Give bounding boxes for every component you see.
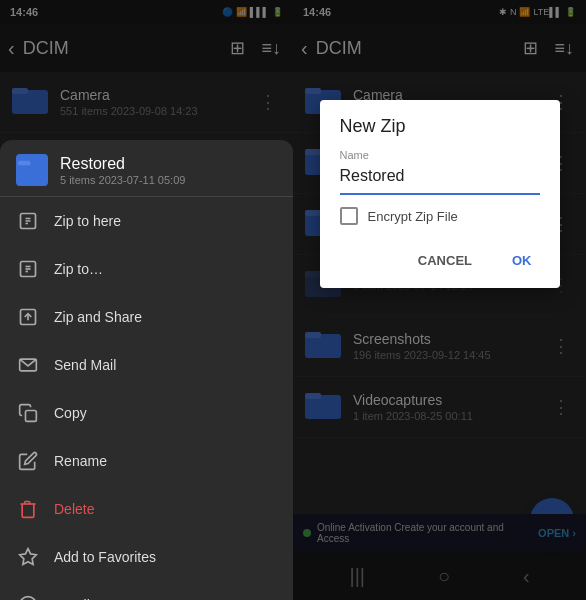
delete-icon [16, 497, 40, 521]
menu-item-label: Copy [54, 405, 87, 421]
encrypt-label: Encrypt Zip File [368, 209, 458, 224]
menu-item-label: Send Mail [54, 357, 116, 373]
right-panel: 14:46 ✱ N 📶 LTE▌▌ 🔋 ‹ DCIM ⊞ ≡↓ Camera 5… [293, 0, 586, 600]
menu-item-zip-share[interactable]: Zip and Share [0, 293, 293, 341]
menu-item-label: Add to Favorites [54, 549, 156, 565]
rename-icon [16, 449, 40, 473]
copy-icon [16, 401, 40, 425]
dialog-actions: CANCEL OK [320, 237, 560, 288]
left-panel: 14:46 🔵 📶 ▌▌▌ 🔋 ‹ DCIM ⊞ ≡↓ Camera 551 i… [0, 0, 293, 600]
dialog-title: New Zip [320, 100, 560, 145]
dialog-overlay: New Zip Name Encrypt Zip File CANCEL OK [293, 0, 586, 600]
menu-item-copy[interactable]: Copy [0, 389, 293, 437]
zip-here-icon [16, 209, 40, 233]
context-menu-folder-meta: 5 items 2023-07-11 05:09 [60, 174, 185, 186]
dialog-name-input[interactable] [340, 163, 540, 195]
context-menu-folder-icon [16, 154, 48, 186]
send-mail-icon [16, 353, 40, 377]
dialog-cancel-button[interactable]: CANCEL [402, 245, 488, 276]
svg-rect-17 [26, 411, 37, 422]
menu-item-label: Zip and Share [54, 309, 142, 325]
context-menu-folder-name: Restored [60, 155, 185, 173]
zip-share-icon [16, 305, 40, 329]
favorites-icon [16, 545, 40, 569]
menu-item-label: Rename [54, 453, 107, 469]
dialog-ok-button[interactable]: OK [496, 245, 548, 276]
menu-item-favorites[interactable]: Add to Favorites [0, 533, 293, 581]
details-icon [16, 593, 40, 600]
new-zip-dialog: New Zip Name Encrypt Zip File CANCEL OK [320, 100, 560, 288]
menu-item-send-mail[interactable]: Send Mail [0, 341, 293, 389]
context-menu-header: Restored 5 items 2023-07-11 05:09 [0, 140, 293, 197]
svg-marker-18 [20, 549, 37, 565]
menu-item-rename[interactable]: Rename [0, 437, 293, 485]
menu-item-zip-here[interactable]: Zip to here [0, 197, 293, 245]
menu-item-delete[interactable]: Delete [0, 485, 293, 533]
menu-item-label: Zip to… [54, 261, 103, 277]
encrypt-checkbox[interactable] [340, 207, 358, 225]
svg-rect-5 [18, 161, 30, 166]
dialog-checkbox-row: Encrypt Zip File [320, 195, 560, 237]
menu-item-label: Zip to here [54, 213, 121, 229]
dialog-field-label: Name [320, 145, 560, 163]
zip-to-icon [16, 257, 40, 281]
menu-item-label: Delete [54, 501, 94, 517]
menu-item-details[interactable]: Details [0, 581, 293, 600]
context-menu: Restored 5 items 2023-07-11 05:09 Zip to… [0, 140, 293, 600]
menu-item-zip-to[interactable]: Zip to… [0, 245, 293, 293]
